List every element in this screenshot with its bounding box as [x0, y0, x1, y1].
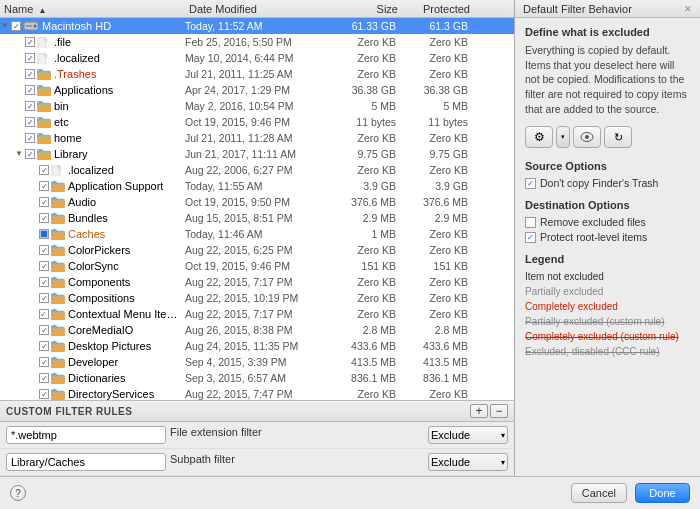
help-button[interactable]: ?: [10, 485, 26, 501]
tree-row[interactable]: Desktop Pictures Aug 24, 2015, 11:35 PM …: [0, 338, 514, 354]
expand-arrow[interactable]: ▼: [0, 21, 10, 31]
tree-row[interactable]: Components Aug 22, 2015, 7:17 PM Zero KB…: [0, 274, 514, 290]
row-checkbox[interactable]: [39, 181, 49, 191]
tree-row[interactable]: bin May 2, 2016, 10:54 PM 5 MB 5 MB: [0, 98, 514, 114]
row-checkbox[interactable]: [25, 149, 35, 159]
expand-arrow[interactable]: [28, 373, 38, 383]
tree-row[interactable]: ▼ Library Jun 21, 2017, 11:11 AM 9.75 GB…: [0, 146, 514, 162]
tree-row[interactable]: Bundles Aug 15, 2015, 8:51 PM 2.9 MB 2.9…: [0, 210, 514, 226]
tree-row[interactable]: etc Oct 19, 2015, 9:46 PM 11 bytes 11 by…: [0, 114, 514, 130]
expand-arrow[interactable]: [28, 197, 38, 207]
row-checkbox[interactable]: [39, 389, 49, 399]
tree-row[interactable]: Developer Sep 4, 2015, 3:39 PM 413.5 MB …: [0, 354, 514, 370]
close-button[interactable]: ✕: [684, 4, 692, 14]
tree-row[interactable]: .localized Aug 22, 2006, 6:27 PM Zero KB…: [0, 162, 514, 178]
tree-row[interactable]: Dictionaries Sep 3, 2015, 6:57 AM 836.1 …: [0, 370, 514, 386]
expand-arrow[interactable]: [28, 357, 38, 367]
tree-row[interactable]: ▼ Macintosh HD Today, 11:52 AM 61.33 GB …: [0, 18, 514, 34]
row-checkbox[interactable]: [39, 213, 49, 223]
row-checkbox[interactable]: [39, 197, 49, 207]
expand-arrow[interactable]: ▼: [14, 149, 24, 159]
tree-row[interactable]: .localized May 10, 2014, 6:44 PM Zero KB…: [0, 50, 514, 66]
row-checkbox[interactable]: [39, 357, 49, 367]
name-column-header[interactable]: Name ▲: [0, 3, 185, 15]
destination-options-section: Destination Options Remove excluded file…: [525, 199, 690, 243]
expand-arrow[interactable]: [28, 245, 38, 255]
row-checkbox[interactable]: [39, 261, 49, 271]
row-checkbox[interactable]: [39, 373, 49, 383]
row-checkbox[interactable]: [25, 69, 35, 79]
remove-filter-button[interactable]: −: [490, 404, 508, 418]
tree-row[interactable]: Audio Oct 19, 2015, 9:50 PM 376.6 MB 376…: [0, 194, 514, 210]
gear-button[interactable]: ⚙: [525, 126, 553, 148]
expand-arrow[interactable]: [14, 53, 24, 63]
row-checkbox[interactable]: [25, 53, 35, 63]
expand-arrow[interactable]: [28, 213, 38, 223]
row-checkbox[interactable]: [39, 245, 49, 255]
row-checkbox[interactable]: [39, 293, 49, 303]
row-checkbox[interactable]: [39, 341, 49, 351]
tree-row[interactable]: Application Support Today, 11:55 AM 3.9 …: [0, 178, 514, 194]
row-checkbox[interactable]: [39, 165, 49, 175]
tree-row[interactable]: ColorPickers Aug 22, 2015, 6:25 PM Zero …: [0, 242, 514, 258]
cancel-button[interactable]: Cancel: [571, 483, 627, 503]
expand-arrow[interactable]: [28, 293, 38, 303]
remove-excluded-checkbox[interactable]: [525, 217, 536, 228]
expand-arrow[interactable]: [28, 229, 38, 239]
expand-arrow[interactable]: [14, 133, 24, 143]
row-filename: Bundles: [68, 212, 108, 224]
finders-trash-checkbox[interactable]: [525, 178, 536, 189]
expand-arrow[interactable]: [28, 309, 38, 319]
expand-arrow[interactable]: [28, 181, 38, 191]
expand-arrow[interactable]: [28, 389, 38, 399]
row-size: Zero KB: [330, 52, 402, 64]
filter-value-input[interactable]: [6, 453, 166, 471]
tree-row[interactable]: .Trashes Jul 21, 2011, 11:25 AM Zero KB …: [0, 66, 514, 82]
tree-content[interactable]: ▼ Macintosh HD Today, 11:52 AM 61.33 GB …: [0, 18, 514, 400]
row-checkbox[interactable]: [39, 309, 49, 319]
tree-row[interactable]: home Jul 21, 2011, 11:28 AM Zero KB Zero…: [0, 130, 514, 146]
tree-row[interactable]: ColorSync Oct 19, 2015, 9:46 PM 151 KB 1…: [0, 258, 514, 274]
date-column-header[interactable]: Date Modified: [185, 3, 330, 15]
expand-arrow[interactable]: [14, 101, 24, 111]
row-checkbox[interactable]: [25, 85, 35, 95]
tree-row[interactable]: DirectoryServices Aug 22, 2015, 7:47 PM …: [0, 386, 514, 400]
row-protected: Zero KB: [402, 244, 474, 256]
tree-row[interactable]: .file Feb 25, 2016, 5:50 PM Zero KB Zero…: [0, 34, 514, 50]
expand-arrow[interactable]: [28, 165, 38, 175]
expand-arrow[interactable]: [28, 341, 38, 351]
protect-root-checkbox[interactable]: [525, 232, 536, 243]
protected-column-header[interactable]: Protected: [402, 3, 474, 15]
size-column-header[interactable]: Size: [330, 3, 402, 15]
filter-value-input[interactable]: [6, 426, 166, 444]
row-checkbox[interactable]: [39, 325, 49, 335]
tree-row[interactable]: Applications Apr 24, 2017, 1:29 PM 36.38…: [0, 82, 514, 98]
row-checkbox[interactable]: [11, 21, 21, 31]
row-checkbox[interactable]: [25, 117, 35, 127]
expand-arrow[interactable]: [14, 85, 24, 95]
tree-row[interactable]: Caches Today, 11:46 AM 1 MB Zero KB: [0, 226, 514, 242]
eye-button[interactable]: [573, 126, 601, 148]
tree-row[interactable]: CoreMediaIO Aug 26, 2015, 8:38 PM 2.8 MB…: [0, 322, 514, 338]
eye-icon: [580, 132, 594, 142]
filter-action-select[interactable]: Exclude ▾: [428, 453, 508, 471]
row-checkbox[interactable]: [25, 101, 35, 111]
row-checkbox[interactable]: [25, 133, 35, 143]
tree-row[interactable]: Compositions Aug 22, 2015, 10:19 PM Zero…: [0, 290, 514, 306]
expand-arrow[interactable]: [14, 37, 24, 47]
expand-arrow[interactable]: [28, 261, 38, 271]
expand-arrow[interactable]: [28, 277, 38, 287]
expand-arrow[interactable]: [28, 325, 38, 335]
gear-dropdown-button[interactable]: ▾: [556, 126, 570, 148]
refresh-button[interactable]: ↻: [604, 126, 632, 148]
expand-arrow[interactable]: [14, 69, 24, 79]
row-size: Zero KB: [330, 132, 402, 144]
row-checkbox[interactable]: [39, 229, 49, 239]
row-checkbox[interactable]: [25, 37, 35, 47]
row-checkbox[interactable]: [39, 277, 49, 287]
done-button[interactable]: Done: [635, 483, 690, 503]
add-filter-button[interactable]: +: [470, 404, 488, 418]
tree-row[interactable]: Contextual Menu Items Aug 22, 2015, 7:17…: [0, 306, 514, 322]
filter-action-select[interactable]: Exclude ▾: [428, 426, 508, 444]
expand-arrow[interactable]: [14, 117, 24, 127]
